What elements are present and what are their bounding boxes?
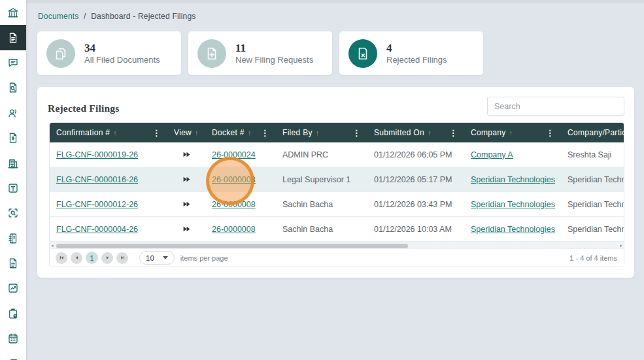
confirmation-link[interactable]: FLG-CNF-0000004-26 xyxy=(56,225,138,234)
sort-arrow-icon: ↑ xyxy=(113,129,117,137)
filed-by-cell: Sachin Bacha xyxy=(282,225,333,234)
sidebar-item-file-lines[interactable] xyxy=(0,251,26,276)
file-search-icon xyxy=(7,82,19,93)
scrollbar-thumb[interactable] xyxy=(56,244,408,248)
sidebar-item-ledger[interactable] xyxy=(0,226,26,251)
submitted-on-cell: 01/12/2026 05:17 PM xyxy=(374,175,452,184)
column-header-company[interactable]: Company↑⋮ xyxy=(464,123,561,142)
stat-card-text: 34All Filed Documents xyxy=(84,42,160,65)
documents-copy-icon xyxy=(46,39,75,68)
submitted-on-cell: 01/12/2026 10:03 AM xyxy=(374,225,452,234)
column-menu-icon[interactable]: ⋮ xyxy=(151,128,162,138)
next-page-icon xyxy=(105,255,110,261)
stat-card-text: 4Rejected Filings xyxy=(386,42,447,65)
first-page-button[interactable] xyxy=(56,252,67,264)
sort-arrow-icon: ↑ xyxy=(248,129,252,137)
table-cell: Sachin Bacha xyxy=(276,217,367,241)
docket-link[interactable]: 26-0000008 xyxy=(212,175,256,184)
invoice-icon xyxy=(7,132,19,144)
fast-forward-icon[interactable] xyxy=(182,151,191,158)
last-page-button[interactable] xyxy=(116,252,128,264)
file-lines-icon xyxy=(7,257,19,269)
stat-card-new-filing-requests[interactable]: 11New Filing Requests xyxy=(188,31,332,75)
company-link[interactable]: Speridian Technologies xyxy=(471,175,555,184)
fast-forward-icon[interactable] xyxy=(182,176,191,183)
sidebar-item-user[interactable] xyxy=(0,101,26,125)
column-header-filed-by[interactable]: Filed By↑⋮ xyxy=(276,123,367,142)
column-menu-icon[interactable]: ⋮ xyxy=(545,128,556,138)
table-cell xyxy=(167,167,205,191)
column-header-company-participant[interactable]: Company/Participant xyxy=(561,123,624,142)
column-header-docket[interactable]: Docket #↑⋮ xyxy=(205,123,276,142)
page-size-select[interactable]: 10 xyxy=(139,251,175,265)
horizontal-scrollbar[interactable]: ◂ ▸ xyxy=(50,242,624,248)
column-header-submitted-on[interactable]: Submitted On↑⋮ xyxy=(367,123,464,142)
breadcrumb: Documents / Dashboard - Rejected Filings xyxy=(38,12,195,21)
breadcrumb-current: Dashboard - Rejected Filings xyxy=(91,12,195,21)
docket-link[interactable]: 26-0000024 xyxy=(212,150,256,159)
stat-card-all-filed-documents[interactable]: 34All Filed Documents xyxy=(37,31,181,75)
previous-page-button[interactable] xyxy=(71,252,82,264)
note-icon xyxy=(7,182,19,194)
column-label: Filed By xyxy=(282,128,313,137)
column-menu-icon[interactable]: ⋮ xyxy=(448,128,459,138)
breadcrumb-link-documents[interactable]: Documents xyxy=(38,12,79,21)
sidebar-item-invoice[interactable] xyxy=(0,125,26,150)
sidebar-item-note[interactable] xyxy=(0,176,26,201)
sort-arrow-icon: ↑ xyxy=(316,129,320,137)
company-link[interactable]: Speridian Technologies xyxy=(471,225,555,234)
column-header-view[interactable]: View↑ xyxy=(167,123,205,142)
column-label: View xyxy=(174,128,192,137)
table-cell: FLG-CNF-0000004-26 xyxy=(50,217,167,241)
document-icon xyxy=(7,32,19,44)
table-cell: FLG-CNF-0000019-26 xyxy=(50,142,167,167)
table-cell: Speridian Technologies xyxy=(464,192,561,216)
docket-link[interactable]: 26-0000008 xyxy=(212,200,256,209)
table-cell: Speridian Technologies xyxy=(561,167,624,191)
sidebar-item-calendar[interactable] xyxy=(0,326,26,351)
current-page-button[interactable]: 1 xyxy=(86,252,98,264)
sidebar-item-file-search[interactable] xyxy=(0,75,26,100)
sidebar-item-chart[interactable] xyxy=(0,276,26,301)
table-cell: Speridian Technologies xyxy=(561,217,624,241)
confirmation-link[interactable]: FLG-CNF-0000012-26 xyxy=(56,200,138,209)
sidebar-item-clipboard-clock[interactable] xyxy=(0,301,26,326)
table-cell: ADMIN PRC xyxy=(276,142,367,167)
table-cell: 26-0000008 xyxy=(205,167,276,191)
table-cell: Sreshta Saji xyxy=(561,142,624,167)
column-menu-icon[interactable]: ⋮ xyxy=(351,128,362,138)
company-participant-cell: Speridian Technologies xyxy=(568,175,624,184)
table-cell xyxy=(167,142,205,167)
company-link[interactable]: Company A xyxy=(471,150,513,159)
scroll-right-arrow-icon[interactable]: ▸ xyxy=(620,242,622,248)
submitted-on-cell: 01/12/2026 06:05 PM xyxy=(374,150,452,159)
search-input[interactable] xyxy=(487,97,624,116)
docket-link[interactable]: 26-0000008 xyxy=(212,225,256,234)
fast-forward-icon[interactable] xyxy=(182,225,191,233)
table-row: FLG-CNF-0000019-2626-0000024ADMIN PRC01/… xyxy=(50,142,624,167)
calendar-icon xyxy=(7,333,19,344)
sidebar-item-chat[interactable] xyxy=(0,50,26,75)
sidebar-item-document[interactable] xyxy=(0,25,26,50)
stat-card-rejected-filings[interactable]: 4Rejected Filings xyxy=(339,31,483,75)
fast-forward-icon[interactable] xyxy=(182,201,191,208)
column-header-confirmation[interactable]: Confirmation #↑⋮ xyxy=(50,123,167,142)
stat-value: 11 xyxy=(235,42,313,54)
filed-by-cell: ADMIN PRC xyxy=(282,150,328,159)
confirmation-link[interactable]: FLG-CNF-0000019-26 xyxy=(56,150,138,159)
last-page-icon xyxy=(120,255,126,261)
sidebar-item-building[interactable] xyxy=(0,150,26,175)
company-link[interactable]: Speridian Technologies xyxy=(471,200,555,209)
confirmation-link[interactable]: FLG-CNF-0000016-26 xyxy=(56,175,138,184)
user-icon xyxy=(7,107,19,119)
chat-icon xyxy=(7,57,19,69)
sidebar-item-help-doc[interactable] xyxy=(0,351,26,360)
filed-by-cell: Sachin Bacha xyxy=(282,200,333,209)
scroll-left-arrow-icon[interactable]: ◂ xyxy=(51,242,54,248)
next-page-button[interactable] xyxy=(101,252,113,264)
stat-cards: 34All Filed Documents11New Filing Reques… xyxy=(37,31,483,75)
column-menu-icon[interactable]: ⋮ xyxy=(260,128,271,138)
pagination: 1 10 items per page 1 - 4 of 4 items xyxy=(50,248,624,267)
sidebar-item-bank[interactable] xyxy=(0,0,26,25)
sidebar-item-scan-search[interactable] xyxy=(0,201,26,225)
